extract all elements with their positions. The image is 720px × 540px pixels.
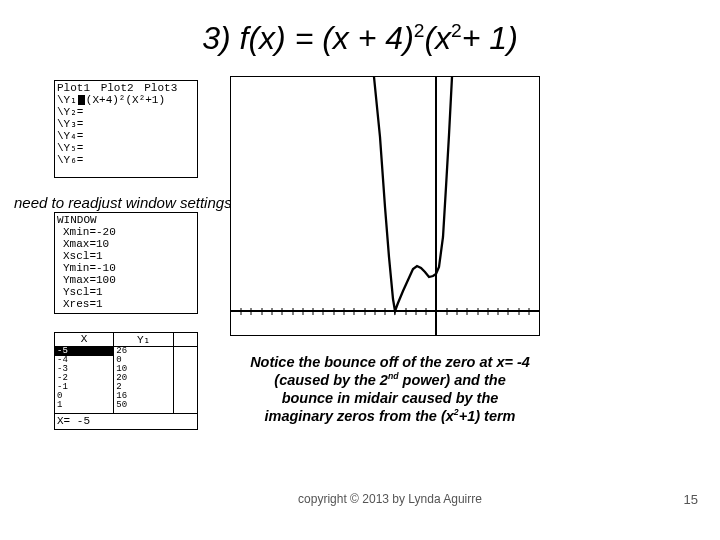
table-header-x: X [55, 333, 114, 347]
table-cell: -1 [55, 383, 113, 392]
table-col-blank [174, 347, 197, 413]
graph-svg [231, 77, 539, 335]
table-cell: 20 [114, 374, 172, 383]
y3-blank: \Y₃= [57, 118, 195, 130]
graph-curve [374, 77, 452, 311]
calc-window-screen: WINDOW Xmin=-20 Xmax=10 Xscl=1 Ymin=-10 … [54, 212, 198, 314]
x-axis [231, 308, 539, 315]
note2-l2c: +1) term [459, 408, 516, 424]
table-col-x: -5 -4 -3 -2 -1 0 1 [55, 347, 114, 413]
title-prefix: 3) f(x) = (x + 4) [202, 20, 414, 56]
calc-table-screen: X Y₁ -5 -4 -3 -2 -1 0 1 26 0 10 20 2 16 … [54, 332, 198, 430]
note2-line1: Notice the bounce off of the zero at x= … [250, 354, 530, 370]
table-cell: 0 [55, 392, 113, 401]
window-ymin: Ymin=-10 [57, 262, 195, 274]
window-xmin: Xmin=-20 [57, 226, 195, 238]
y1-right: (X+4)²(X²+1) [86, 94, 165, 106]
note2-sup1: nd [388, 371, 399, 381]
y6-blank: \Y₆= [57, 154, 195, 166]
table-cell: 26 [114, 347, 172, 356]
window-xmax: Xmax=10 [57, 238, 195, 250]
copyright-text: copyright © 2013 by Lynda Aguirre [250, 492, 530, 506]
table-col-y1: 26 0 10 20 2 16 50 [114, 347, 173, 413]
title-suffix: + 1) [462, 20, 518, 56]
plot3-label: Plot3 [144, 82, 177, 94]
observation-note: Notice the bounce off of the zero at x= … [250, 354, 530, 425]
table-cell: 50 [114, 401, 172, 410]
table-cell: 1 [55, 401, 113, 410]
y5-blank: \Y₅= [57, 142, 195, 154]
table-footer: X= -5 [55, 413, 197, 428]
window-yscl: Yscl=1 [57, 286, 195, 298]
page-title: 3) f(x) = (x + 4)2(x2+ 1) [0, 20, 720, 57]
cursor-icon [78, 95, 85, 105]
window-xscl: Xscl=1 [57, 250, 195, 262]
window-ymax: Ymax=100 [57, 274, 195, 286]
window-header: WINDOW [57, 214, 195, 226]
table-body: -5 -4 -3 -2 -1 0 1 26 0 10 20 2 16 50 [55, 347, 197, 413]
title-exp2: 2 [451, 20, 462, 41]
plot-row: Plot1 Plot2 Plot3 [57, 82, 195, 94]
calc-y-equals-screen: Plot1 Plot2 Plot3 \Y₁(X+4)²(X²+1) \Y₂= \… [54, 80, 198, 178]
y1-left: \Y₁ [57, 94, 77, 106]
y2-blank: \Y₂= [57, 106, 195, 118]
plot2-label: Plot2 [101, 82, 134, 94]
y1-equation: \Y₁(X+4)²(X²+1) [57, 94, 195, 106]
title-mid: (x [424, 20, 451, 56]
table-header-blank [174, 333, 197, 347]
window-xres: Xres=1 [57, 298, 195, 310]
note2-l2a: (caused by the 2 [274, 372, 388, 388]
title-exp1: 2 [414, 20, 425, 41]
y4-blank: \Y₄= [57, 130, 195, 142]
plot1-label: Plot1 [57, 82, 90, 94]
table-header-y1: Y₁ [114, 333, 173, 347]
graph-panel [230, 76, 540, 336]
table-header-row: X Y₁ [55, 333, 197, 347]
readjust-note: need to readjust window settings [14, 194, 232, 211]
page-number: 15 [684, 492, 698, 507]
